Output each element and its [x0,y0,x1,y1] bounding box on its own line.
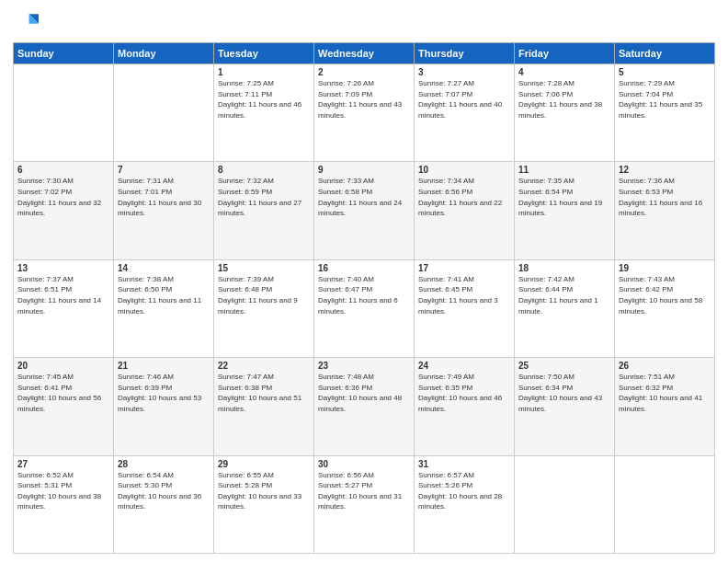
calendar-cell: 27Sunrise: 6:52 AMSunset: 5:31 PMDayligh… [14,455,114,553]
calendar-week-4: 20Sunrise: 7:45 AMSunset: 6:41 PMDayligh… [14,358,715,455]
calendar-week-3: 13Sunrise: 7:37 AMSunset: 6:51 PMDayligh… [14,259,715,357]
calendar-cell: 22Sunrise: 7:47 AMSunset: 6:38 PMDayligh… [214,358,314,455]
day-header-friday: Friday [515,43,615,64]
day-header-tuesday: Tuesday [214,43,314,64]
day-number: 3 [418,67,510,77]
day-number: 1 [218,67,310,77]
day-number: 28 [118,459,210,469]
calendar-week-1: 1Sunrise: 7:25 AMSunset: 7:11 PMDaylight… [14,64,715,162]
calendar-cell: 19Sunrise: 7:43 AMSunset: 6:42 PMDayligh… [615,259,715,357]
day-number: 23 [318,361,410,371]
calendar-cell [14,64,114,162]
day-number: 11 [518,165,610,175]
day-number: 12 [619,165,711,175]
calendar-table: SundayMondayTuesdayWednesdayThursdayFrid… [13,42,715,554]
day-info: Sunrise: 7:37 AMSunset: 6:51 PMDaylight:… [17,274,109,316]
day-number: 19 [619,263,711,273]
logo-icon [13,9,39,35]
day-number: 22 [218,361,310,371]
day-number: 8 [218,165,310,175]
day-info: Sunrise: 7:50 AMSunset: 6:34 PMDaylight:… [518,372,610,414]
calendar-cell [515,455,615,553]
day-header-sunday: Sunday [14,43,114,64]
calendar-cell: 17Sunrise: 7:41 AMSunset: 6:45 PMDayligh… [415,259,515,357]
calendar-cell: 4Sunrise: 7:28 AMSunset: 7:06 PMDaylight… [515,64,615,162]
calendar-cell: 13Sunrise: 7:37 AMSunset: 6:51 PMDayligh… [14,259,114,357]
day-info: Sunrise: 6:54 AMSunset: 5:30 PMDaylight:… [118,470,210,512]
calendar-cell: 8Sunrise: 7:32 AMSunset: 6:59 PMDaylight… [214,162,314,259]
day-number: 27 [17,459,109,469]
day-number: 26 [619,361,711,371]
calendar-cell: 21Sunrise: 7:46 AMSunset: 6:39 PMDayligh… [114,358,214,455]
calendar-cell: 18Sunrise: 7:42 AMSunset: 6:44 PMDayligh… [515,259,615,357]
day-number: 14 [118,263,210,273]
day-number: 4 [518,67,610,77]
day-number: 31 [418,459,510,469]
day-info: Sunrise: 7:46 AMSunset: 6:39 PMDaylight:… [118,372,210,414]
day-number: 30 [318,459,410,469]
calendar-cell: 12Sunrise: 7:36 AMSunset: 6:53 PMDayligh… [615,162,715,259]
day-info: Sunrise: 7:32 AMSunset: 6:59 PMDaylight:… [218,176,310,218]
day-info: Sunrise: 7:41 AMSunset: 6:45 PMDaylight:… [418,274,510,316]
day-number: 2 [318,67,410,77]
day-info: Sunrise: 7:27 AMSunset: 7:07 PMDaylight:… [418,78,510,121]
day-info: Sunrise: 7:45 AMSunset: 6:41 PMDaylight:… [17,372,109,414]
day-number: 20 [17,361,109,371]
calendar-cell: 30Sunrise: 6:56 AMSunset: 5:27 PMDayligh… [314,455,415,553]
day-number: 9 [318,165,410,175]
day-header-thursday: Thursday [415,43,515,64]
day-number: 25 [518,361,610,371]
calendar-cell: 7Sunrise: 7:31 AMSunset: 7:01 PMDaylight… [114,162,214,259]
calendar-cell: 3Sunrise: 7:27 AMSunset: 7:07 PMDaylight… [415,64,515,162]
day-number: 13 [17,263,109,273]
day-number: 7 [118,165,210,175]
calendar-cell: 28Sunrise: 6:54 AMSunset: 5:30 PMDayligh… [114,455,214,553]
day-info: Sunrise: 7:28 AMSunset: 7:06 PMDaylight:… [518,78,610,121]
day-number: 6 [17,165,109,175]
day-info: Sunrise: 7:33 AMSunset: 6:58 PMDaylight:… [318,176,410,218]
calendar-cell: 6Sunrise: 7:30 AMSunset: 7:02 PMDaylight… [14,162,114,259]
day-info: Sunrise: 7:38 AMSunset: 6:50 PMDaylight:… [118,274,210,316]
day-info: Sunrise: 7:36 AMSunset: 6:53 PMDaylight:… [619,176,711,218]
day-info: Sunrise: 7:26 AMSunset: 7:09 PMDaylight:… [318,78,410,121]
day-header-saturday: Saturday [615,43,715,64]
calendar-cell: 31Sunrise: 6:57 AMSunset: 5:26 PMDayligh… [415,455,515,553]
day-info: Sunrise: 7:49 AMSunset: 6:35 PMDaylight:… [418,372,510,414]
day-info: Sunrise: 6:56 AMSunset: 5:27 PMDaylight:… [318,470,410,512]
calendar-week-2: 6Sunrise: 7:30 AMSunset: 7:02 PMDaylight… [14,162,715,259]
day-number: 5 [619,67,711,77]
day-header-wednesday: Wednesday [314,43,415,64]
logo-area [13,9,42,35]
calendar-cell [114,64,214,162]
calendar-cell: 14Sunrise: 7:38 AMSunset: 6:50 PMDayligh… [114,259,214,357]
day-info: Sunrise: 7:30 AMSunset: 7:02 PMDaylight:… [17,176,109,218]
day-number: 24 [418,361,510,371]
calendar-cell: 29Sunrise: 6:55 AMSunset: 5:28 PMDayligh… [214,455,314,553]
day-info: Sunrise: 7:43 AMSunset: 6:42 PMDaylight:… [619,274,711,316]
day-info: Sunrise: 7:47 AMSunset: 6:38 PMDaylight:… [218,372,310,414]
day-info: Sunrise: 6:52 AMSunset: 5:31 PMDaylight:… [17,470,109,512]
calendar-cell: 15Sunrise: 7:39 AMSunset: 6:48 PMDayligh… [214,259,314,357]
calendar-week-5: 27Sunrise: 6:52 AMSunset: 5:31 PMDayligh… [14,455,715,553]
calendar-cell: 20Sunrise: 7:45 AMSunset: 6:41 PMDayligh… [14,358,114,455]
day-number: 16 [318,263,410,273]
calendar-body: 1Sunrise: 7:25 AMSunset: 7:11 PMDaylight… [14,64,715,554]
day-number: 29 [218,459,310,469]
calendar-cell [615,455,715,553]
day-info: Sunrise: 7:51 AMSunset: 6:32 PMDaylight:… [619,372,711,414]
calendar-cell: 9Sunrise: 7:33 AMSunset: 6:58 PMDaylight… [314,162,415,259]
day-info: Sunrise: 7:39 AMSunset: 6:48 PMDaylight:… [218,274,310,316]
calendar-header-row: SundayMondayTuesdayWednesdayThursdayFrid… [14,43,715,64]
day-info: Sunrise: 7:29 AMSunset: 7:04 PMDaylight:… [619,78,711,121]
day-info: Sunrise: 7:25 AMSunset: 7:11 PMDaylight:… [218,78,310,121]
day-info: Sunrise: 6:55 AMSunset: 5:28 PMDaylight:… [218,470,310,512]
header [13,9,715,35]
day-info: Sunrise: 7:31 AMSunset: 7:01 PMDaylight:… [118,176,210,218]
calendar-cell: 11Sunrise: 7:35 AMSunset: 6:54 PMDayligh… [515,162,615,259]
day-info: Sunrise: 7:48 AMSunset: 6:36 PMDaylight:… [318,372,410,414]
day-header-monday: Monday [114,43,214,64]
calendar-cell: 23Sunrise: 7:48 AMSunset: 6:36 PMDayligh… [314,358,415,455]
calendar-cell: 1Sunrise: 7:25 AMSunset: 7:11 PMDaylight… [214,64,314,162]
calendar-cell: 26Sunrise: 7:51 AMSunset: 6:32 PMDayligh… [615,358,715,455]
calendar-cell: 25Sunrise: 7:50 AMSunset: 6:34 PMDayligh… [515,358,615,455]
